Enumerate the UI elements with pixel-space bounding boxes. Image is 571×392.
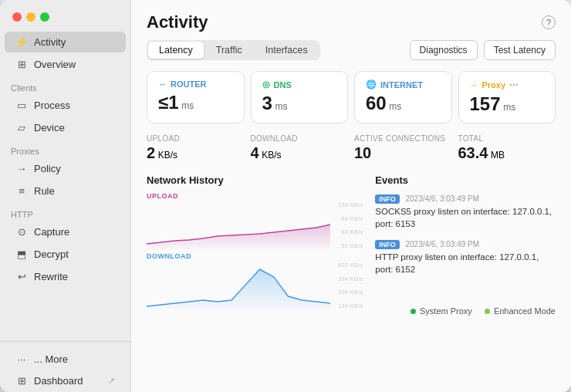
sidebar-item-label: Overview — [34, 59, 76, 70]
proxy-value: 157 ms — [470, 93, 545, 115]
proxy-icon: → — [470, 80, 478, 90]
tabs-left: Latency Traffic Interfaces — [147, 40, 320, 60]
device-icon: ▱ — [15, 122, 28, 133]
tab-latency[interactable]: Latency — [148, 42, 204, 59]
router-value: ≤1 ms — [158, 92, 233, 113]
sidebar-item-label: Rule — [34, 185, 55, 197]
rewrite-icon: ↩ — [15, 271, 28, 282]
internet-icon: 🌐 — [366, 79, 377, 90]
sidebar-item-process[interactable]: ▭ Process — [5, 95, 126, 116]
proxy-card: → Proxy ··· 157 ms — [458, 71, 556, 123]
upload-y-labels: 158 KB/s 88 KB/s 63 KB/s 32 KB/s — [332, 201, 363, 249]
sidebar-item-activity[interactable]: ⚡ Activity — [5, 32, 126, 52]
network-history: Network History UPLOAD 158 KB/s 88 KB/s … — [147, 174, 363, 380]
capture-icon: ⊙ — [15, 226, 28, 238]
download-chart-label: DOWNLOAD — [147, 252, 363, 260]
close-button[interactable] — [12, 12, 22, 22]
connections-stat: ACTIVE CONNECTIONS 10 — [354, 134, 452, 162]
sidebar-item-rule[interactable]: ≡ Rule — [5, 181, 126, 201]
dns-icon: ◎ — [262, 79, 270, 90]
sidebar: ⚡ Activity ⊞ Overview Clients ▭ Process … — [0, 0, 131, 392]
clients-section-label: Clients — [0, 76, 130, 94]
http-section-label: HTTP — [0, 202, 130, 221]
main-content: Activity ? Latency Traffic Interfaces Di… — [131, 0, 571, 392]
event-text-1: SOCKS5 proxy listen on interface: 127.0.… — [375, 205, 556, 230]
network-history-title: Network History — [147, 174, 363, 186]
main-header: Activity ? — [147, 12, 556, 32]
event-item-2: INFO 2023/4/6, 3:03:49 PM HTTP proxy lis… — [375, 238, 556, 275]
events-panel: Events INFO 2023/4/6, 3:03:49 PM SOCKS5 … — [375, 174, 556, 380]
connections-value: 10 — [354, 144, 452, 162]
tabs-right: Diagnostics Test Latency — [410, 40, 556, 60]
enhanced-mode-dot — [485, 309, 490, 314]
dns-card-label: ◎ DNS — [262, 79, 337, 90]
system-proxy-dot — [411, 309, 416, 314]
sidebar-item-overview[interactable]: ⊞ Overview — [5, 54, 126, 75]
external-link-icon: ↗ — [108, 376, 115, 386]
event-time-2: 2023/4/6, 3:03:49 PM — [405, 240, 479, 248]
bottom-section: Network History UPLOAD 158 KB/s 88 KB/s … — [147, 174, 556, 380]
sidebar-item-more[interactable]: ··· ... More — [5, 349, 126, 370]
internet-card: 🌐 INTERNET 60 ms — [354, 71, 452, 123]
sidebar-item-device[interactable]: ▱ Device — [5, 117, 126, 138]
proxy-more-button[interactable]: ··· — [509, 79, 519, 90]
router-card: ↔ ROUTER ≤1 ms — [147, 71, 245, 123]
sidebar-item-label: Activity — [34, 36, 66, 48]
page-title: Activity — [147, 12, 208, 32]
upload-chart-svg — [147, 201, 330, 249]
test-latency-button[interactable]: Test Latency — [484, 40, 556, 60]
sidebar-item-label: Capture — [34, 226, 69, 238]
sidebar-item-dashboard[interactable]: ⊞ Dashboard ↗ — [5, 370, 126, 391]
total-stat: TOTAL 63.4 MB — [458, 134, 556, 162]
enhanced-mode-label: Enhanced Mode — [494, 306, 556, 316]
rule-icon: ≡ — [15, 185, 28, 197]
maximize-button[interactable] — [40, 12, 49, 22]
download-stat: DOWNLOAD 4 KB/s — [251, 134, 349, 162]
upload-chart-label: UPLOAD — [147, 192, 363, 200]
sidebar-item-decrypt[interactable]: ⬒ Decrypt — [5, 244, 126, 265]
internet-card-label: 🌐 INTERNET — [366, 79, 441, 90]
download-y-labels: 602 KB/s 394 KB/s 266 KB/s 128 KB/s — [332, 262, 363, 309]
traffic-lights — [12, 12, 49, 22]
sidebar-bottom: ··· ... More ⊞ Dashboard ↗ — [0, 341, 130, 392]
sidebar-item-label: Dashboard — [34, 375, 83, 387]
download-chart-svg — [147, 262, 330, 309]
router-card-label: ↔ ROUTER — [158, 79, 233, 89]
upload-chart: 158 KB/s 88 KB/s 63 KB/s 32 KB/s — [147, 201, 363, 249]
dns-value: 3 ms — [262, 93, 337, 114]
tab-interfaces[interactable]: Interfaces — [255, 42, 319, 59]
download-chart: 602 KB/s 394 KB/s 266 KB/s 128 KB/s — [147, 262, 363, 309]
minimize-button[interactable] — [26, 12, 35, 22]
total-value: 63.4 MB — [458, 144, 556, 162]
event-badge-1: INFO — [375, 194, 400, 204]
diagnostics-button[interactable]: Diagnostics — [410, 40, 478, 60]
internet-value: 60 ms — [366, 93, 441, 114]
tabs-row: Latency Traffic Interfaces Diagnostics T… — [147, 40, 556, 60]
event-time-1: 2023/4/6, 3:03:49 PM — [405, 194, 479, 203]
sidebar-item-label: Policy — [34, 163, 61, 174]
help-button[interactable]: ? — [542, 15, 556, 29]
event-header-1: INFO 2023/4/6, 3:03:49 PM — [375, 192, 556, 204]
system-proxy-legend: System Proxy — [411, 306, 472, 316]
more-icon: ··· — [15, 353, 28, 365]
decrypt-icon: ⬒ — [15, 248, 28, 260]
footer-row: System Proxy Enhanced Mode — [375, 283, 556, 316]
stats-row: UPLOAD 2 KB/s DOWNLOAD 4 KB/s ACTIVE CON… — [147, 134, 556, 162]
upload-value: 2 KB/s — [147, 144, 245, 162]
sidebar-item-rewrite[interactable]: ↩ Rewrite — [5, 266, 126, 287]
system-proxy-label: System Proxy — [420, 306, 472, 316]
event-badge-2: INFO — [375, 240, 400, 249]
tab-traffic[interactable]: Traffic — [205, 42, 253, 59]
download-value: 4 KB/s — [251, 144, 349, 162]
sidebar-item-capture[interactable]: ⊙ Capture — [5, 221, 126, 242]
sidebar-item-label: Decrypt — [34, 248, 69, 260]
enhanced-mode-legend: Enhanced Mode — [485, 306, 556, 316]
proxy-card-label: → Proxy ··· — [470, 79, 545, 90]
sidebar-item-label: ... More — [34, 353, 68, 365]
event-header-2: INFO 2023/4/6, 3:03:49 PM — [375, 238, 556, 249]
dns-card: ◎ DNS 3 ms — [251, 71, 349, 123]
dashboard-icon: ⊞ — [15, 375, 28, 387]
sidebar-item-policy[interactable]: → Policy — [5, 158, 126, 179]
overview-icon: ⊞ — [15, 59, 28, 70]
upload-stat: UPLOAD 2 KB/s — [147, 134, 245, 162]
